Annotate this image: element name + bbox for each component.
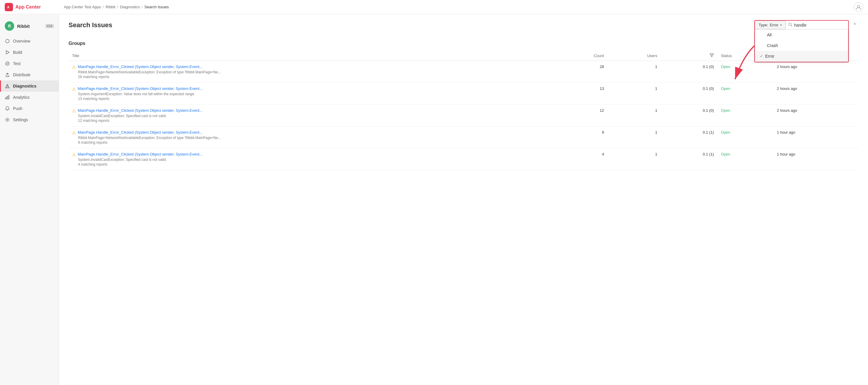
breadcrumb-item-3: Search Issues [145, 5, 169, 9]
dropdown-option-crash[interactable]: Crash [755, 40, 848, 51]
issue-subtitle: Ribbit.MainPage+NetworkNotAvailableExcep… [72, 136, 550, 140]
option-crash-label: Crash [767, 43, 778, 48]
svg-rect-9 [7, 96, 8, 99]
issue-users: 1 [608, 61, 660, 83]
groups-header: Groups [68, 41, 859, 46]
app-name-label: App Center [16, 4, 41, 10]
app-avatar: R [5, 21, 14, 31]
svg-point-11 [7, 119, 8, 121]
issue-subtitle: System.InvalidCastException: Specified c… [72, 114, 550, 118]
sidebar-label-overview: Overview [13, 39, 30, 43]
search-input[interactable] [794, 23, 846, 28]
issue-subtitle: System.InvalidCastException: Specified c… [72, 158, 550, 162]
search-icon [788, 23, 793, 28]
type-value: Error [770, 23, 778, 27]
sidebar-item-push[interactable]: Push [0, 103, 59, 114]
search-area: Type: Error ▾ [754, 20, 859, 62]
issue-reports: 12 matching reports [72, 119, 550, 123]
issue-count: 28 [554, 61, 608, 83]
main-content: Search Issues Type: Error ▾ [59, 14, 868, 385]
filter-icon[interactable] [710, 54, 714, 58]
breadcrumb-item-2[interactable]: Diagnostics [120, 5, 140, 9]
svg-point-7 [7, 87, 7, 87]
sidebar: R Ribbit iOS Overview Build [0, 14, 59, 385]
sidebar-nav: Overview Build Test [0, 35, 59, 125]
check-circle-icon [5, 61, 10, 66]
issue-reports: 4 matching reports [72, 162, 550, 167]
issue-count: 4 [554, 148, 608, 170]
issue-last-report: 1 hour ago [773, 148, 859, 170]
app-logo[interactable]: A App Center [5, 3, 64, 11]
issue-count: 12 [554, 105, 608, 126]
issue-reports: 9 matching reports [72, 141, 550, 145]
sidebar-item-distribute[interactable]: Distribute [0, 69, 59, 81]
breadcrumb-sep-2: / [142, 5, 143, 9]
issue-title-link[interactable]: MainPage.Handle_Error_Clicked (System.Ob… [78, 152, 203, 156]
table-row: ⚠ MainPage.Handle_Error_Clicked (System.… [68, 105, 859, 126]
svg-line-13 [791, 25, 792, 27]
col-title: Title [68, 51, 554, 61]
issue-last-report: 2 hours ago [773, 83, 859, 105]
logo-icon: A [5, 3, 13, 11]
table-body: ⚠ MainPage.Handle_Error_Clicked (System.… [68, 61, 859, 170]
sidebar-label-settings: Settings [13, 117, 28, 122]
issue-title-link[interactable]: MainPage.Handle_Error_Clicked (System.Ob… [78, 64, 203, 69]
issue-subtitle: Ribbit.MainPage+NetworkNotAvailableExcep… [72, 70, 550, 74]
issue-title-link[interactable]: MainPage.Handle_Error_Clicked (System.Ob… [78, 108, 203, 113]
sidebar-app-header: R Ribbit iOS [0, 19, 59, 35]
issue-status: Open [717, 83, 773, 105]
warning-nav-icon [5, 83, 10, 89]
issue-title-cell: ⚠ MainPage.Handle_Error_Clicked (System.… [68, 83, 554, 105]
sidebar-item-build[interactable]: Build [0, 47, 59, 58]
svg-marker-4 [6, 51, 9, 54]
breadcrumb-sep-1: / [117, 5, 118, 9]
svg-point-2 [857, 5, 860, 8]
issue-reports: 28 matching reports [72, 75, 550, 79]
issue-users: 1 [608, 105, 660, 126]
issue-title-cell: ⚠ MainPage.Handle_Error_Clicked (System.… [68, 61, 554, 83]
warning-icon: ⚠ [72, 152, 76, 157]
dropdown-option-error[interactable]: ✓ Error [755, 51, 848, 61]
issues-table: Title Count Users Status Last report [68, 51, 859, 170]
option-all-label: All [767, 32, 772, 37]
sidebar-item-overview[interactable]: Overview [0, 35, 59, 47]
share-icon [5, 72, 10, 78]
type-dropdown-wrapper: Type: Error ▾ [754, 20, 849, 62]
svg-text:A: A [7, 5, 9, 9]
issue-title-link[interactable]: MainPage.Handle_Error_Clicked (System.Ob… [78, 86, 203, 91]
table-row: ⚠ MainPage.Handle_Error_Clicked (System.… [68, 148, 859, 170]
user-avatar[interactable] [854, 2, 863, 12]
dropdown-option-all[interactable]: All [755, 30, 848, 40]
col-count: Count [554, 51, 608, 61]
sidebar-item-settings[interactable]: Settings [0, 114, 59, 125]
issue-users: 1 [608, 126, 660, 148]
issue-percentage: 0.1 (1) [661, 148, 718, 170]
type-filter-button[interactable]: Type: Error ▾ [755, 21, 785, 29]
sidebar-item-analytics[interactable]: Analytics [0, 92, 59, 103]
table-row: ⚠ MainPage.Handle_Error_Clicked (System.… [68, 83, 859, 105]
breadcrumb-sep-0: / [103, 5, 104, 9]
issue-percentage: 0.1 (1) [661, 126, 718, 148]
type-dropdown-menu: All Crash ✓ Error [755, 29, 848, 62]
chevron-down-icon: ▾ [780, 23, 782, 27]
sidebar-label-analytics: Analytics [13, 95, 30, 100]
platform-badge: iOS [45, 24, 54, 28]
warning-icon: ⚠ [72, 65, 76, 69]
issue-title-link[interactable]: MainPage.Handle_Error_Clicked (System.Ob… [78, 130, 203, 135]
sidebar-item-diagnostics[interactable]: Diagnostics [0, 81, 59, 92]
issue-subtitle: System.ArgumentException: Value does not… [72, 92, 550, 96]
sidebar-label-build: Build [13, 50, 22, 55]
issue-count: 9 [554, 126, 608, 148]
table-header: Title Count Users Status Last report [68, 51, 859, 61]
issue-title-cell: ⚠ MainPage.Handle_Error_Clicked (System.… [68, 105, 554, 126]
play-icon [5, 50, 10, 55]
page-title: Search Issues [68, 21, 859, 29]
search-close-button[interactable]: × [851, 20, 859, 28]
breadcrumb-item-1[interactable]: Ribbit [105, 5, 115, 9]
breadcrumb-item-0[interactable]: App Center Test Apps [64, 5, 101, 9]
warning-icon: ⚠ [72, 87, 76, 91]
issue-status: Open [717, 61, 773, 83]
sidebar-item-test[interactable]: Test [0, 58, 59, 69]
issue-count: 13 [554, 83, 608, 105]
option-error-label: Error [765, 54, 774, 59]
